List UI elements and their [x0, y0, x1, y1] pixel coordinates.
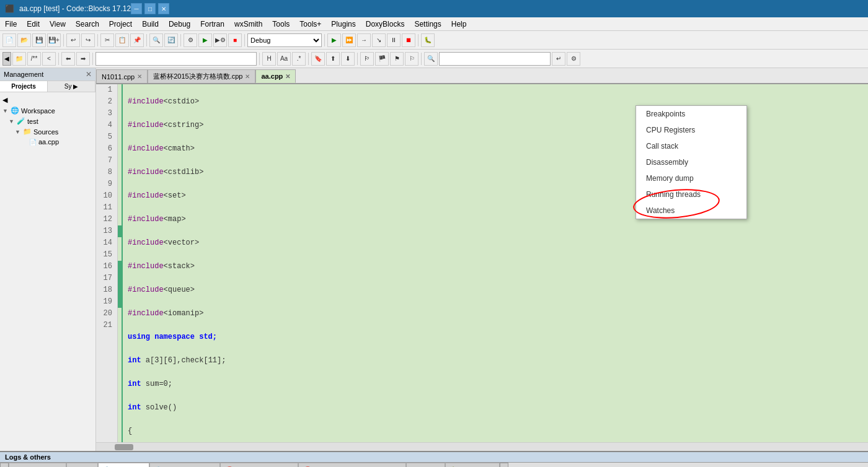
tree-test[interactable]: ▼ 🧪 test: [9, 116, 93, 126]
management-close-button[interactable]: ✕: [86, 70, 92, 79]
menu-item-help[interactable]: Help: [446, 19, 472, 30]
next-bookmark-button[interactable]: ⬇: [341, 52, 355, 66]
replace-button[interactable]: 🔄: [164, 33, 178, 47]
redo-button[interactable]: ↪: [81, 33, 95, 47]
symbol-search-input[interactable]: [439, 52, 551, 66]
flag2-button[interactable]: 🏴: [375, 52, 389, 66]
new-file-button[interactable]: 📄: [2, 33, 16, 47]
search-options-button[interactable]: ⚙: [567, 52, 580, 66]
flag3-button[interactable]: ⚑: [390, 52, 404, 66]
nav-project-button[interactable]: 📁: [12, 52, 26, 66]
zoom-fit-button[interactable]: 🔍: [424, 52, 438, 66]
debug-continue-button[interactable]: ⏩: [342, 33, 356, 47]
log-tab-build-messages[interactable]: 🔨 Build messages ✕: [149, 463, 221, 467]
copy-button[interactable]: 📋: [115, 33, 129, 47]
tab-symbols[interactable]: Sy ▶: [48, 81, 95, 92]
build-run-button[interactable]: ▶⚙: [213, 33, 227, 47]
save-all-button[interactable]: 💾+: [47, 33, 61, 47]
regex-button[interactable]: .*: [292, 52, 306, 66]
minimize-button[interactable]: ─: [131, 3, 142, 14]
search-go-button[interactable]: ↵: [552, 52, 565, 66]
build-mode-dropdown[interactable]: Debug: [247, 33, 322, 47]
left-panel: Management ✕ Projects Sy ▶ ◀ ▼ 🌐 Workspa…: [0, 68, 96, 451]
debug-next-button[interactable]: →: [357, 33, 371, 47]
bookmark-button[interactable]: 🔖: [311, 52, 325, 66]
tab-projects[interactable]: Projects: [0, 81, 48, 92]
tree-aa-cpp[interactable]: 📄 aa.cpp: [21, 137, 93, 147]
tab-aa[interactable]: aa.cpp ✕: [255, 69, 296, 83]
menu-item-edit[interactable]: Edit: [22, 19, 45, 30]
build-button[interactable]: ⚙: [184, 33, 197, 47]
dropdown-memory-dump[interactable]: Memory dump: [636, 170, 746, 186]
menu-item-doxyblocks[interactable]: DoxyBlocks: [361, 19, 410, 30]
cut-button[interactable]: ✂: [100, 33, 114, 47]
doxy-button[interactable]: <: [42, 52, 56, 66]
prev-bookmark-button[interactable]: ⬆: [326, 52, 340, 66]
menu-item-settings[interactable]: Settings: [409, 19, 446, 30]
paste-button[interactable]: 📌: [130, 33, 144, 47]
tab-lanqiao[interactable]: 蓝桥杯2015决赛方格填数.cpp ✕: [148, 69, 255, 83]
dropdown-call-stack[interactable]: Call stack: [636, 138, 746, 154]
tree-workspace[interactable]: ▼ 🌐 Workspace: [2, 105, 93, 116]
tree-nav-prev[interactable]: ◀: [2, 95, 93, 105]
menu-item-tools[interactable]: Tools: [267, 19, 294, 30]
run-button[interactable]: ▶: [198, 33, 212, 47]
find-button[interactable]: 🔍: [149, 33, 163, 47]
log-tab-cscope[interactable]: Cscope ✕: [406, 463, 445, 467]
close-button[interactable]: ✕: [158, 3, 169, 14]
save-button[interactable]: 💾: [32, 33, 46, 47]
flag4-button[interactable]: ⚐: [405, 52, 418, 66]
highlight-button[interactable]: H: [262, 52, 276, 66]
menu-item-wxsmith[interactable]: wxSmith: [229, 19, 267, 30]
log-tab-build-log[interactable]: 🔨 Build log ✕: [98, 463, 149, 467]
stop-button[interactable]: ■: [228, 33, 242, 47]
menu-item-view[interactable]: View: [45, 19, 71, 30]
tab-lanqiao-close[interactable]: ✕: [245, 73, 250, 80]
dropdown-running-threads[interactable]: Running threads: [636, 186, 746, 203]
debug-step-button[interactable]: ↘: [372, 33, 386, 47]
undo-button[interactable]: ↩: [66, 33, 80, 47]
menu-item-debug[interactable]: Debug: [164, 19, 195, 30]
code-search-input[interactable]: [95, 52, 257, 66]
logs-tab-right[interactable]: ▶: [500, 463, 508, 467]
menu-item-search[interactable]: Search: [71, 19, 104, 30]
match-button[interactable]: Aa: [277, 52, 291, 66]
nav-left-button[interactable]: ◀: [2, 52, 11, 66]
marker13: [118, 225, 122, 237]
menu-item-plugins[interactable]: Plugins: [326, 19, 360, 30]
debug-misc-button[interactable]: 🐛: [421, 33, 435, 47]
menu-item-build[interactable]: Build: [137, 19, 164, 30]
dropdown-watches[interactable]: Watches: [636, 203, 746, 219]
menu-item-fortran[interactable]: Fortran: [195, 19, 229, 30]
tab-aa-close[interactable]: ✕: [285, 73, 290, 80]
sep2: [97, 34, 98, 46]
log-tab-cppcheck[interactable]: 🔴 CppCheck/Vera++ ✕: [220, 463, 298, 467]
debug-stop-button[interactable]: ⏹: [402, 33, 415, 47]
debug-start-button[interactable]: ▶: [327, 33, 341, 47]
menu-item-tools+[interactable]: Tools+: [294, 19, 326, 30]
jump-prev-button[interactable]: ⬅: [61, 52, 75, 66]
log-tab-cppcheck-messages[interactable]: 🔴 CppCheck/Vera++ messages ✕: [298, 463, 406, 467]
logs-tab-left[interactable]: ◀: [0, 463, 9, 467]
log-tab-debugger[interactable]: 🐛 Debugger ✕: [445, 463, 500, 467]
debug-pause-button[interactable]: ⏸: [387, 33, 401, 47]
dropdown-disassembly[interactable]: Disassembly: [636, 154, 746, 170]
code-completion-button[interactable]: /**: [27, 52, 41, 66]
log-tab-cccc[interactable]: Cccc ✕: [66, 463, 98, 467]
jump-next-button[interactable]: ➡: [76, 52, 90, 66]
open-button[interactable]: 📂: [17, 33, 31, 47]
menu-item-file[interactable]: File: [0, 19, 22, 30]
maximize-button[interactable]: □: [144, 3, 156, 14]
dropdown-breakpoints[interactable]: Breakpoints: [636, 106, 746, 122]
marker14: [118, 237, 122, 249]
dropdown-cpu-registers[interactable]: CPU Registers: [636, 122, 746, 138]
tree-sources[interactable]: ▼ 📁 Sources: [15, 126, 93, 137]
hscrollbar[interactable]: [96, 442, 868, 451]
flag1-button[interactable]: 🏳: [360, 52, 374, 66]
log-tab-search-results[interactable]: Search results ✕: [9, 463, 66, 467]
code-area[interactable]: 1 2 3 4 5 6 7 8 9 10 11 12 13 14 15 16 1…: [96, 84, 868, 442]
tab-n1011-close[interactable]: ✕: [137, 73, 142, 80]
code-content[interactable]: #include<cstdio> #include<cstring> #incl…: [123, 84, 868, 442]
menu-item-project[interactable]: Project: [104, 19, 137, 30]
tab-n1011[interactable]: N1011.cpp ✕: [96, 69, 148, 83]
